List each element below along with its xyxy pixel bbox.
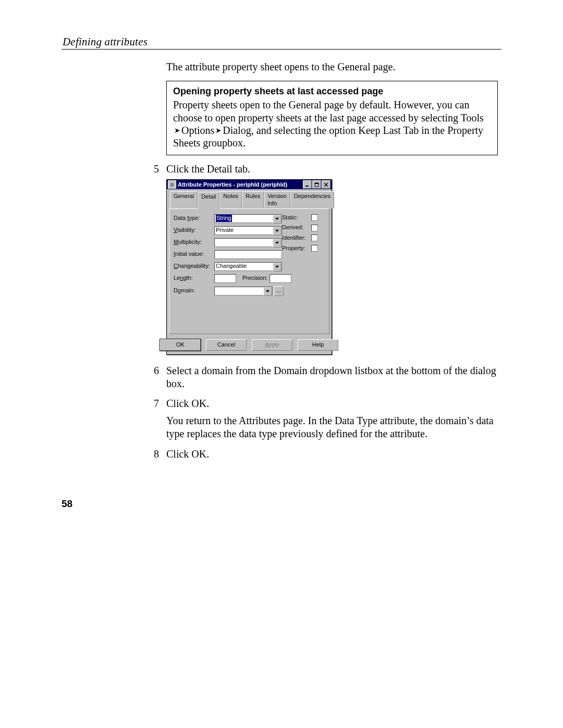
- label-visibility: Visibility:: [174, 227, 214, 234]
- titlebar[interactable]: ≡ Attribute Properties - periphId (perip…: [167, 180, 332, 189]
- label-identifier: Identifier:: [282, 235, 311, 242]
- label-multiplicity: Multiplicity:: [174, 239, 214, 246]
- chevron-down-icon[interactable]: [263, 287, 272, 296]
- svg-marker-6: [275, 230, 279, 232]
- initial-value-input[interactable]: [214, 250, 282, 259]
- tab-detail[interactable]: Detail: [198, 192, 219, 208]
- note-menu-options: Options: [181, 125, 214, 136]
- static-checkbox[interactable]: [311, 214, 318, 221]
- intro-paragraph: The attribute property sheet opens to th…: [166, 60, 500, 73]
- chevron-down-icon[interactable]: [273, 215, 282, 224]
- field-static: Static:: [282, 214, 318, 221]
- menu-arrow-icon: ➤: [214, 126, 223, 135]
- changeability-combo[interactable]: Changeable: [214, 262, 282, 271]
- step-text: Click the Detail tab.: [166, 163, 500, 176]
- step-number: 6: [154, 364, 159, 377]
- changeability-value: Changeable: [216, 263, 247, 270]
- menu-arrow-icon: ➤: [173, 126, 181, 135]
- flags-column: Static: Derived: Identifier: Property:: [282, 214, 318, 255]
- step-text: Click OK.: [166, 397, 500, 410]
- length-input[interactable]: [214, 274, 236, 283]
- identifier-checkbox[interactable]: [311, 235, 318, 241]
- note-seg1: Property sheets open to the General page…: [173, 99, 484, 123]
- field-identifier: Identifier:: [282, 235, 318, 242]
- datatype-combo[interactable]: String: [214, 214, 282, 223]
- field-property: Property:: [282, 245, 318, 252]
- note-body: Property sheets open to the General page…: [173, 98, 491, 150]
- svg-rect-0: [305, 186, 309, 187]
- step-7: 7 Click OK.: [166, 397, 500, 410]
- step-number: 7: [154, 397, 159, 410]
- chevron-down-icon[interactable]: [273, 227, 282, 236]
- label-precision: Precision:: [242, 275, 267, 282]
- domain-combo[interactable]: [214, 287, 273, 295]
- note-box: Opening property sheets at last accessed…: [166, 81, 498, 155]
- document-page: Defining attributes The attribute proper…: [0, 0, 563, 728]
- datatype-value: String: [216, 215, 232, 222]
- chevron-down-icon[interactable]: [273, 239, 282, 248]
- detail-panel: Data type: String Visibility: Private Mu…: [169, 208, 329, 334]
- tabs-row: General Detail Notes Rules Version Info …: [167, 189, 332, 208]
- svg-marker-8: [275, 266, 279, 268]
- window-icon: ≡: [168, 180, 176, 189]
- cancel-button[interactable]: Cancel: [206, 339, 247, 351]
- step-number: 8: [154, 448, 159, 461]
- tab-general[interactable]: General: [170, 191, 198, 208]
- close-button[interactable]: [322, 180, 331, 189]
- step-5: 5 Click the Detail tab.: [166, 163, 500, 176]
- svg-marker-7: [275, 242, 279, 244]
- apply-button[interactable]: Apply: [252, 339, 292, 351]
- attribute-properties-dialog: ≡ Attribute Properties - periphId (perip…: [166, 179, 332, 354]
- label-changeability: Changeability:: [174, 263, 214, 270]
- label-length: Length:: [174, 275, 214, 282]
- page-number: 58: [62, 498, 72, 510]
- step-7-followup: You return to the Attributes page. In th…: [166, 414, 500, 440]
- tab-notes[interactable]: Notes: [219, 191, 242, 208]
- step-number: 5: [154, 163, 159, 176]
- label-property: Property:: [282, 245, 311, 252]
- step-text: Click OK.: [166, 448, 500, 461]
- svg-marker-9: [266, 290, 270, 292]
- step-6: 6 Select a domain from the Domain dropdo…: [166, 364, 500, 390]
- field-derived: Derived:: [282, 224, 318, 231]
- help-button[interactable]: Help: [298, 339, 338, 351]
- chevron-down-icon[interactable]: [273, 263, 282, 272]
- label-datatype: Data type:: [174, 215, 214, 222]
- window-title: Attribute Properties - periphId (periphI…: [178, 181, 303, 189]
- header-rule: [62, 49, 501, 50]
- precision-input[interactable]: [270, 274, 291, 283]
- property-checkbox[interactable]: [311, 245, 318, 252]
- derived-checkbox[interactable]: [311, 225, 318, 231]
- label-static: Static:: [282, 214, 311, 221]
- step-8: 8 Click OK.: [166, 448, 500, 461]
- multiplicity-combo[interactable]: [214, 238, 282, 247]
- note-title: Opening property sheets at last accessed…: [173, 85, 491, 97]
- field-domain: Domain: ...: [174, 286, 325, 296]
- dialog-buttons: OK Cancel Apply Help: [167, 336, 332, 354]
- domain-browse-button[interactable]: ...: [274, 286, 284, 296]
- maximize-button[interactable]: [312, 180, 321, 189]
- label-initial-value: Initial value:: [174, 251, 214, 258]
- running-head: Defining attributes: [63, 35, 148, 48]
- note-menu-dialog: Dialog: [223, 125, 251, 136]
- visibility-value: Private: [216, 227, 234, 234]
- body-column: The attribute property sheet opens to th…: [166, 58, 500, 461]
- step-text: Select a domain from the Domain dropdown…: [166, 364, 500, 390]
- svg-rect-2: [315, 183, 319, 184]
- field-changeability: Changeability: Changeable: [174, 262, 325, 271]
- tab-rules[interactable]: Rules: [242, 191, 264, 208]
- svg-marker-5: [275, 218, 279, 220]
- ok-button[interactable]: OK: [160, 339, 201, 351]
- label-domain: Domain:: [174, 287, 214, 294]
- visibility-combo[interactable]: Private: [214, 226, 282, 235]
- minimize-button[interactable]: [303, 180, 312, 189]
- field-length-precision: Length: Precision:: [174, 274, 325, 283]
- tab-version-info[interactable]: Version Info: [264, 191, 290, 208]
- label-derived: Derived:: [282, 224, 311, 231]
- tab-dependencies[interactable]: Dependencies: [290, 191, 334, 208]
